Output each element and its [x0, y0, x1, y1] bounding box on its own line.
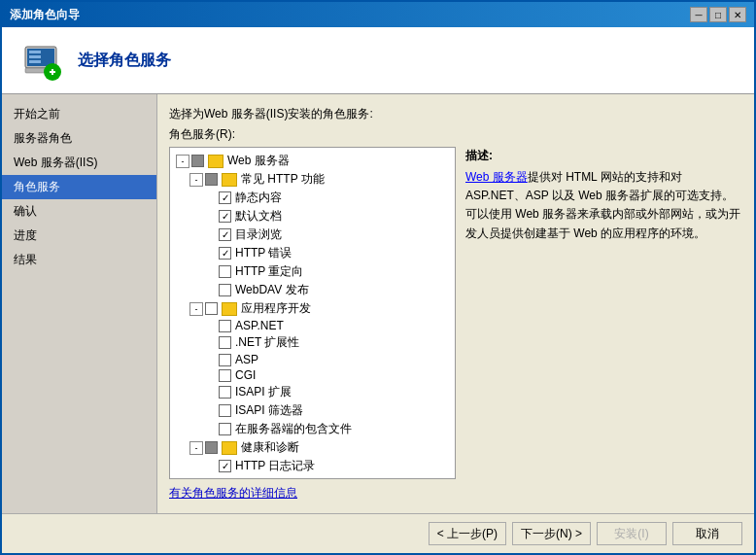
exp-aspnet — [203, 319, 217, 332]
desc-title: 描述: — [465, 147, 742, 164]
window-title: 添加角色向导 — [10, 7, 80, 23]
tree-item-isapi-ext[interactable]: ISAPI 扩展 — [201, 383, 455, 401]
tree-item-dir-browse[interactable]: 目录浏览 — [201, 225, 455, 244]
expand-health-diag[interactable]: - — [189, 441, 203, 455]
maximize-button[interactable]: □ — [709, 7, 727, 22]
footer: < 上一步(P) 下一步(N) > 安装(I) 取消 — [2, 513, 754, 553]
sidebar-item-server-role[interactable]: 服务器角色 — [2, 126, 156, 151]
expand-web-server[interactable]: - — [176, 155, 189, 168]
cb-app-dev[interactable] — [205, 302, 218, 315]
svg-rect-8 — [52, 69, 53, 75]
exp-isapi-filter — [203, 404, 217, 418]
tree-item-isapi-filter[interactable]: ISAPI 筛选器 — [201, 401, 455, 420]
tree-item-app-dev[interactable]: - 应用程序开发 — [188, 299, 455, 318]
sidebar-item-web-server[interactable]: Web 服务器(IIS) — [2, 151, 156, 175]
title-bar: 添加角色向导 ─ □ ✕ — [2, 2, 754, 27]
panel-body: - Web 服务器 - 常见 HTTP 功能 — [169, 147, 742, 479]
tree-item-http-redirect[interactable]: HTTP 重定向 — [201, 262, 455, 281]
tree-item-asp[interactable]: ASP — [201, 352, 455, 367]
cb-net-ext[interactable] — [219, 336, 231, 349]
role-service-label: 角色服务(R): — [169, 126, 742, 143]
cb-webdav[interactable] — [219, 284, 231, 296]
cancel-button[interactable]: 取消 — [672, 522, 742, 545]
cb-log-tool[interactable] — [219, 478, 231, 479]
cb-static[interactable] — [219, 191, 231, 204]
tree-item-net-ext[interactable]: .NET 扩展性 — [201, 333, 455, 352]
detail-link-row: 有关角色服务的详细信息 — [169, 485, 742, 502]
svg-rect-2 — [29, 51, 41, 53]
cb-default-doc[interactable] — [219, 210, 231, 223]
description-panel: 描述: Web 服务器提供对 HTML 网站的支持和对 ASP.NET、ASP … — [465, 147, 742, 479]
detail-link[interactable]: 有关角色服务的详细信息 — [169, 486, 297, 500]
cb-ssi[interactable] — [219, 423, 231, 435]
exp-dir-browse — [203, 228, 217, 242]
label-cgi: CGI — [235, 368, 256, 382]
sidebar-item-before-start[interactable]: 开始之前 — [2, 102, 156, 126]
cb-http-redirect[interactable] — [219, 265, 231, 278]
cb-dir-browse[interactable] — [219, 228, 231, 241]
sidebar: 开始之前服务器角色Web 服务器(IIS)角色服务确认进度结果 — [2, 94, 157, 513]
tree-item-static[interactable]: 静态内容 — [201, 189, 455, 207]
expand-http-common[interactable]: - — [189, 173, 203, 187]
desc-text: Web 服务器提供对 HTML 网站的支持和对 ASP.NET、ASP 以及 W… — [465, 168, 742, 243]
exp-http-redirect — [203, 265, 217, 279]
tree-item-http-error[interactable]: HTTP 错误 — [201, 244, 455, 262]
tree-item-health-diag[interactable]: - 健康和诊断 — [188, 438, 455, 457]
exp-log-tool — [203, 478, 217, 480]
sidebar-item-progress[interactable]: 进度 — [2, 224, 156, 248]
desc-link[interactable]: Web 服务器 — [465, 170, 528, 184]
cb-http-error[interactable] — [219, 247, 231, 260]
exp-cgi — [203, 368, 217, 382]
tree-item-cgi[interactable]: CGI — [201, 367, 455, 383]
label-net-ext: .NET 扩展性 — [235, 334, 299, 351]
folder-icon-app-dev — [222, 302, 237, 316]
tree-item-ssi[interactable]: 在服务器端的包含文件 — [201, 420, 455, 438]
minimize-button[interactable]: ─ — [690, 7, 707, 22]
expand-app-dev[interactable]: - — [189, 302, 203, 316]
cb-cgi[interactable] — [219, 369, 231, 382]
tree-item-http-log[interactable]: HTTP 日志记录 — [201, 457, 455, 475]
tree-item-aspnet[interactable]: ASP.NET — [201, 318, 455, 333]
exp-asp — [203, 353, 217, 366]
cb-http-common[interactable] — [205, 173, 218, 186]
tree-container[interactable]: - Web 服务器 - 常见 HTTP 功能 — [169, 147, 456, 479]
cb-asp[interactable] — [219, 354, 231, 366]
label-http-log: HTTP 日志记录 — [235, 458, 315, 474]
exp-static — [203, 191, 217, 205]
label-isapi-ext: ISAPI 扩展 — [235, 384, 292, 400]
folder-icon-http-common — [222, 173, 237, 187]
cb-aspnet[interactable] — [219, 320, 231, 332]
wizard-title: 选择角色服务 — [78, 51, 171, 71]
back-button[interactable]: < 上一步(P) — [429, 522, 506, 545]
next-button[interactable]: 下一步(N) > — [512, 522, 591, 545]
tree-item-webdav[interactable]: WebDAV 发布 — [201, 281, 455, 299]
tree-item-http-common[interactable]: - 常见 HTTP 功能 — [188, 170, 455, 189]
label-http-error: HTTP 错误 — [235, 245, 292, 261]
sidebar-item-confirm[interactable]: 确认 — [2, 199, 156, 224]
cb-http-log[interactable] — [219, 460, 231, 472]
cb-web-server[interactable] — [191, 155, 204, 167]
sidebar-item-result[interactable]: 结果 — [2, 248, 156, 272]
tree-item-default-doc[interactable]: 默认文档 — [201, 207, 455, 225]
install-button[interactable]: 安装(I) — [597, 522, 667, 545]
label-log-tool: 日志记录工具 — [235, 476, 305, 479]
cb-isapi-ext[interactable] — [219, 386, 231, 399]
tree-item-web-server[interactable]: - Web 服务器 — [174, 152, 455, 170]
title-bar-buttons: ─ □ ✕ — [690, 7, 746, 22]
wizard-icon — [17, 37, 64, 84]
sidebar-item-role-service[interactable]: 角色服务 — [2, 175, 156, 199]
close-button[interactable]: ✕ — [729, 7, 746, 22]
tree-item-log-tool[interactable]: 日志记录工具 — [201, 475, 455, 479]
cb-isapi-filter[interactable] — [219, 404, 231, 417]
exp-ssi — [203, 423, 217, 436]
main-layout: 开始之前服务器角色Web 服务器(IIS)角色服务确认进度结果 选择为Web 服… — [2, 94, 754, 513]
svg-rect-3 — [29, 55, 41, 58]
instruction-label: 选择为Web 服务器(IIS)安装的角色服务: — [169, 106, 742, 122]
label-static: 静态内容 — [235, 190, 282, 206]
label-http-common: 常见 HTTP 功能 — [241, 171, 325, 188]
wizard-window: 添加角色向导 ─ □ ✕ 选择角色服务 开始之前服务器角色Web 服务器(IIS… — [0, 0, 756, 555]
label-aspnet: ASP.NET — [235, 319, 284, 332]
label-app-dev: 应用程序开发 — [241, 300, 311, 317]
right-panel: 选择为Web 服务器(IIS)安装的角色服务: 角色服务(R): - Web 服… — [157, 94, 754, 513]
cb-health-diag[interactable] — [205, 441, 218, 454]
